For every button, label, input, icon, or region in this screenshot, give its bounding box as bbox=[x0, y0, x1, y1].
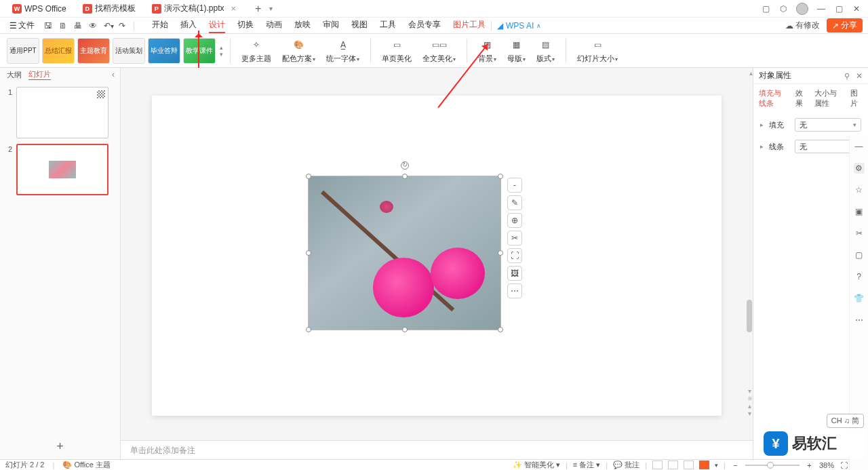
menu-tab-start[interactable]: 开始 bbox=[152, 18, 168, 33]
resize-handle-e[interactable] bbox=[498, 250, 503, 256]
template-summary[interactable]: 总结汇报 bbox=[42, 38, 75, 64]
comments-toggle[interactable]: 💬 批注 bbox=[613, 460, 639, 470]
preview-icon[interactable]: 👁 bbox=[89, 21, 98, 31]
minimize-icon[interactable]: — bbox=[816, 4, 826, 14]
fit-window-icon[interactable]: ⛶ bbox=[840, 461, 848, 469]
close-window-icon[interactable]: ✕ bbox=[852, 4, 861, 14]
slideshow-caret-icon[interactable]: ▾ bbox=[715, 462, 718, 469]
tab-dropdown-icon[interactable]: ▾ bbox=[269, 5, 273, 12]
page-beautify-button[interactable]: ▭ 单页美化 bbox=[378, 38, 416, 64]
file-menu[interactable]: ☰ 文件 bbox=[5, 18, 39, 33]
prop-tab-fill-line[interactable]: 填充与线条 bbox=[759, 88, 789, 109]
prop-tab-size[interactable]: 大小与属性 bbox=[814, 88, 844, 109]
fill-select[interactable]: 无 ▾ bbox=[795, 118, 861, 132]
title-tab-template-store[interactable]: D 找稻壳模板 bbox=[77, 1, 141, 16]
close-panel-icon[interactable]: ✕ bbox=[856, 71, 863, 81]
float-collapse-button[interactable]: - bbox=[507, 178, 522, 193]
rail-layers-icon[interactable]: ▣ bbox=[854, 206, 865, 217]
new-tab-button[interactable]: + bbox=[255, 3, 261, 15]
menu-tab-review[interactable]: 审阅 bbox=[323, 18, 339, 33]
menu-tab-tools[interactable]: 工具 bbox=[380, 18, 396, 33]
vertical-scrollbar[interactable]: ▴ ▾≡▴▾ bbox=[746, 68, 753, 439]
template-theme-edu[interactable]: 主题教育 bbox=[77, 38, 110, 64]
slide-canvas[interactable]: - ✎ ⊕ ✂ ⛶ 🖼 ⋯ bbox=[152, 96, 722, 416]
template-general[interactable]: 通用PPT bbox=[7, 38, 39, 64]
resize-handle-w[interactable] bbox=[306, 250, 311, 256]
close-tab-icon[interactable]: × bbox=[231, 3, 236, 14]
modified-indicator[interactable]: ☁ 有修改 bbox=[785, 20, 820, 31]
float-zoom-button[interactable]: ⊕ bbox=[507, 213, 522, 228]
print-icon[interactable]: 🖶 bbox=[74, 21, 83, 31]
pin-icon[interactable]: ⚲ bbox=[844, 72, 850, 80]
slide-size-button[interactable]: ▭ 幻灯片大小▾ bbox=[573, 38, 622, 64]
float-more-button[interactable]: ⋯ bbox=[507, 283, 522, 298]
redo-icon[interactable]: ↷ bbox=[119, 21, 128, 31]
template-courseware[interactable]: 教学课件 bbox=[183, 38, 216, 64]
menu-tab-animation[interactable]: 动画 bbox=[266, 18, 282, 33]
template-graduation[interactable]: 毕业答辩 bbox=[148, 38, 180, 64]
maximize-icon[interactable]: ▢ bbox=[834, 4, 844, 14]
more-themes-button[interactable]: ✧ 更多主题 bbox=[237, 38, 275, 64]
rail-help-icon[interactable]: ? bbox=[854, 271, 865, 282]
resize-handle-nw[interactable] bbox=[306, 174, 311, 179]
resize-handle-s[interactable] bbox=[402, 327, 408, 332]
slide-thumb-2[interactable]: 2 bbox=[5, 144, 115, 195]
notes-toggle[interactable]: ≡ 备注 ▾ bbox=[573, 460, 601, 470]
menu-tab-view[interactable]: 视图 bbox=[351, 18, 368, 33]
share-button[interactable]: ↗ 分享 bbox=[827, 18, 863, 33]
gallery-down-icon[interactable]: ▾ bbox=[220, 51, 223, 58]
rail-crop2-icon[interactable]: ✂ bbox=[854, 228, 865, 239]
slide-thumb-1[interactable]: 1 bbox=[5, 87, 115, 138]
notes-area[interactable]: 单击此处添加备注 bbox=[121, 440, 753, 459]
rail-page-icon[interactable]: ▢ bbox=[854, 250, 865, 260]
saveas-icon[interactable]: 🗎 bbox=[59, 21, 68, 31]
window-pin-icon[interactable]: ▢ bbox=[761, 4, 770, 14]
canvas-area[interactable]: - ✎ ⊕ ✂ ⛶ 🖼 ⋯ ▴ ▾≡▴▾ 单击此处添加备注 bbox=[121, 68, 753, 459]
master-button[interactable]: ▦ 母版▾ bbox=[503, 38, 530, 64]
view-slideshow-button[interactable] bbox=[699, 461, 709, 469]
ime-indicator[interactable]: CH ♫ 简 bbox=[827, 414, 864, 428]
rail-settings-icon[interactable]: ⚙ bbox=[854, 163, 865, 174]
float-edit-button[interactable]: ✎ bbox=[507, 195, 522, 210]
view-normal-button[interactable] bbox=[652, 461, 663, 469]
rail-style-icon[interactable]: 👕 bbox=[854, 293, 865, 304]
cube-icon[interactable]: ⬡ bbox=[778, 4, 788, 14]
rail-star-icon[interactable]: ☆ bbox=[854, 184, 865, 195]
float-fit-button[interactable]: ⛶ bbox=[507, 248, 522, 263]
zoom-out-button[interactable]: − bbox=[731, 461, 740, 469]
add-slide-button[interactable]: + bbox=[0, 434, 120, 459]
resize-handle-se[interactable] bbox=[498, 327, 503, 332]
template-event[interactable]: 活动策划 bbox=[113, 38, 145, 64]
slides-tab[interactable]: 幻灯片 bbox=[28, 69, 51, 80]
menu-tab-slideshow[interactable]: 放映 bbox=[294, 18, 311, 33]
expand-icon[interactable]: ▸ bbox=[760, 143, 764, 150]
prop-tab-effect[interactable]: 效果 bbox=[795, 88, 808, 109]
scroll-down-icon[interactable]: ▾≡▴▾ bbox=[748, 387, 752, 417]
scroll-up-icon[interactable]: ▴ bbox=[749, 69, 753, 77]
layout-button[interactable]: ▤ 版式▾ bbox=[532, 38, 559, 64]
scroll-thumb[interactable] bbox=[747, 300, 752, 332]
menu-tab-design[interactable]: 设计 bbox=[209, 18, 225, 33]
unify-font-button[interactable]: A̲ 统一字体▾ bbox=[322, 38, 363, 64]
menu-tab-transition[interactable]: 切换 bbox=[237, 18, 254, 33]
outline-tab[interactable]: 大纲 bbox=[7, 70, 22, 80]
rotate-handle[interactable] bbox=[401, 161, 409, 170]
menu-tab-picture-tools[interactable]: 图片工具 bbox=[453, 18, 486, 33]
rail-collapse-icon[interactable]: — bbox=[854, 141, 865, 152]
ai-beautify-button[interactable]: ✨ 智能美化 ▾ bbox=[513, 460, 560, 470]
title-tab-wps[interactable]: W WPS Office bbox=[7, 1, 72, 16]
float-crop-button[interactable]: ✂ bbox=[507, 231, 522, 246]
zoom-in-button[interactable]: + bbox=[805, 461, 814, 469]
avatar[interactable] bbox=[796, 3, 808, 15]
full-beautify-button[interactable]: ▭▭ 全文美化▾ bbox=[418, 38, 460, 64]
collapse-panel-icon[interactable]: ‹ bbox=[112, 70, 115, 79]
theme-name[interactable]: 🎨 Office 主题 bbox=[62, 460, 111, 470]
gallery-up-icon[interactable]: ▴ bbox=[220, 44, 223, 51]
menu-tab-member[interactable]: 会员专享 bbox=[408, 18, 441, 33]
view-reading-button[interactable] bbox=[684, 461, 694, 469]
selected-image[interactable] bbox=[308, 176, 501, 330]
rail-more-icon[interactable]: ⋯ bbox=[854, 315, 865, 326]
wps-ai-button[interactable]: ◢ WPS AI ∧ bbox=[497, 21, 541, 31]
expand-icon[interactable]: ▸ bbox=[760, 121, 764, 128]
zoom-value[interactable]: 38% bbox=[819, 461, 834, 469]
